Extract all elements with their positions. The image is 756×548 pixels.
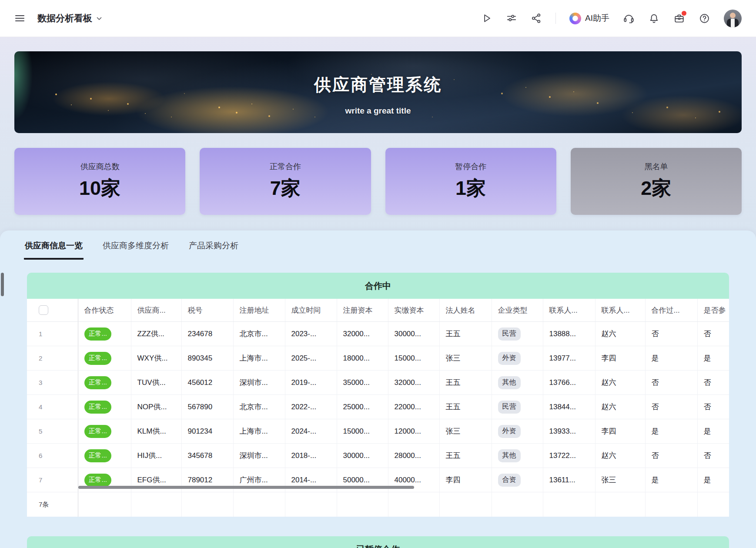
section-header-paused: 已暂停合作 xyxy=(27,536,729,548)
page-title: 数据分析看板 xyxy=(37,12,92,24)
table-cell: 2023-... xyxy=(285,322,337,346)
help-button[interactable] xyxy=(699,13,710,24)
table-row[interactable]: 6正常...HIJ供...345678深圳市...2018-...30000..… xyxy=(27,444,729,468)
stat-card-value: 1家 xyxy=(455,175,486,201)
status-badge: 正常... xyxy=(84,401,112,414)
paused-table-card: 已暂停合作 xyxy=(27,536,729,548)
ai-assistant-label: AI助手 xyxy=(585,13,609,24)
document-title-dropdown[interactable]: 数据分析看板 xyxy=(37,12,102,24)
notification-dot xyxy=(682,11,686,16)
table-cell: 是 xyxy=(645,468,697,492)
table-cell: 张三 xyxy=(439,346,492,371)
share-button[interactable] xyxy=(531,13,542,24)
user-avatar[interactable] xyxy=(724,10,742,27)
table-row[interactable]: 3正常...TUV供...456012深圳市...2019-...35000..… xyxy=(27,371,729,395)
tab-2[interactable]: 产品采购分析 xyxy=(188,240,239,260)
table-row[interactable]: 2正常...WXY供...890345上海市...2025-...18000..… xyxy=(27,346,729,371)
company-type-badge: 合资 xyxy=(498,474,521,487)
table-cell: 北京市... xyxy=(233,322,285,346)
table-row[interactable]: 5正常...KLM供...901234上海市...2024-...15000..… xyxy=(27,419,729,444)
table-row[interactable]: 1正常...ZZZ供...234678北京市...2023-...32000..… xyxy=(27,322,729,346)
footer-cell xyxy=(233,492,285,517)
table-cell: 否 xyxy=(697,444,729,468)
inbox-button[interactable] xyxy=(673,13,685,24)
tab-bar: 供应商信息一览供应商多维度分析产品采购分析 xyxy=(0,231,756,260)
table-cell: NOP供... xyxy=(131,395,181,419)
table-cell: 35000... xyxy=(337,371,388,395)
column-header[interactable]: 是否参 xyxy=(697,299,729,322)
table-cell: 32000... xyxy=(337,322,388,346)
table-cell: 否 xyxy=(645,444,697,468)
table-cell: TUV供... xyxy=(131,371,181,395)
status-badge: 正常... xyxy=(84,376,112,389)
hero-banner: 供应商管理系统 write a great title xyxy=(14,51,742,133)
table-cell: 张三 xyxy=(439,419,492,444)
ai-logo-icon xyxy=(569,13,581,24)
footer-cell xyxy=(285,492,337,517)
footer-cell xyxy=(697,492,729,517)
notifications-button[interactable] xyxy=(648,13,660,24)
table-cell: 15000... xyxy=(337,419,388,444)
column-header[interactable]: 合作过... xyxy=(645,299,697,322)
play-button[interactable] xyxy=(481,13,492,24)
table-cell: 901234 xyxy=(181,419,233,444)
column-header[interactable]: 注册地址 xyxy=(233,299,285,322)
column-header[interactable]: 成立时间 xyxy=(285,299,337,322)
table-cell: KLM供... xyxy=(131,419,181,444)
column-header[interactable]: 联系人... xyxy=(595,299,645,322)
select-all-header-cell xyxy=(27,299,78,322)
horizontal-scrollbar[interactable] xyxy=(78,486,414,489)
row-index: 7 xyxy=(27,468,78,492)
stat-card-value: 2家 xyxy=(641,175,671,201)
tab-0[interactable]: 供应商信息一览 xyxy=(24,240,84,260)
footer-cell xyxy=(131,492,181,517)
table-cell: 13933... xyxy=(543,419,595,444)
table-row[interactable]: 4正常...NOP供...567890北京市...2022-...25000..… xyxy=(27,395,729,419)
table-cell: 李四 xyxy=(595,346,645,371)
settings-button[interactable] xyxy=(506,13,517,24)
ai-assistant-button[interactable]: AI助手 xyxy=(569,13,609,24)
column-header[interactable]: 企业类型 xyxy=(492,299,543,322)
column-header[interactable]: 合作状态 xyxy=(78,299,131,322)
vertical-scrollbar-thumb[interactable] xyxy=(1,273,4,296)
footer-cell xyxy=(78,492,131,517)
table-cell: 2018-... xyxy=(285,444,337,468)
stat-card-1: 正常合作7家 xyxy=(200,148,371,215)
stat-card-value: 10家 xyxy=(79,175,120,201)
table-cell: 王五 xyxy=(439,444,492,468)
column-header[interactable]: 实缴资本 xyxy=(388,299,439,322)
status-badge: 正常... xyxy=(84,327,112,341)
table-cell: 民营 xyxy=(492,322,543,346)
stat-card-3: 黑名单2家 xyxy=(571,148,742,215)
column-header[interactable]: 法人姓名 xyxy=(439,299,492,322)
footer-cell xyxy=(595,492,645,517)
table-footer-row: 7条 xyxy=(27,492,729,517)
footer-cell xyxy=(181,492,233,517)
table-cell: 否 xyxy=(697,371,729,395)
record-count: 7条 xyxy=(27,492,78,517)
table-cell: 是 xyxy=(697,419,729,444)
table-cell: 正常... xyxy=(78,346,131,371)
column-header[interactable]: 供应商... xyxy=(131,299,181,322)
column-header[interactable]: 税号 xyxy=(181,299,233,322)
headset-icon xyxy=(623,13,635,24)
share-icon xyxy=(531,13,542,24)
company-type-badge: 外资 xyxy=(498,352,521,365)
table-cell: 否 xyxy=(697,395,729,419)
column-header[interactable]: 联系人... xyxy=(543,299,595,322)
tab-1[interactable]: 供应商多维度分析 xyxy=(102,240,170,260)
status-badge: 正常... xyxy=(84,474,112,487)
toolbar-divider xyxy=(555,13,556,24)
support-button[interactable] xyxy=(623,13,635,24)
table-cell: 13844... xyxy=(543,395,595,419)
status-badge: 正常... xyxy=(84,352,112,365)
table-cell: HIJ供... xyxy=(131,444,181,468)
table-cell: 456012 xyxy=(181,371,233,395)
column-header[interactable]: 注册资本 xyxy=(337,299,388,322)
company-type-badge: 民营 xyxy=(498,401,521,414)
stat-card-label: 黑名单 xyxy=(644,161,668,172)
table-cell: 13722... xyxy=(543,444,595,468)
hamburger-menu-button[interactable] xyxy=(14,13,25,23)
table-cell: 13766... xyxy=(543,371,595,395)
select-all-checkbox[interactable] xyxy=(39,305,48,315)
